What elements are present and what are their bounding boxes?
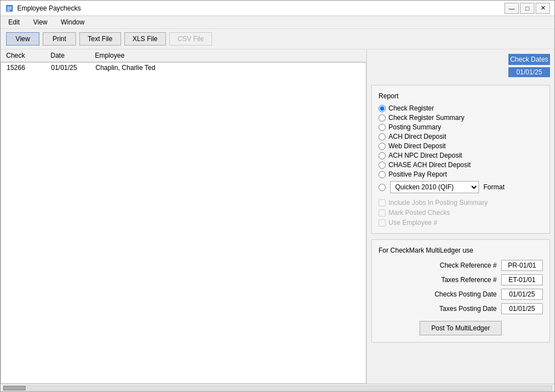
col-header-date: Date: [51, 52, 95, 59]
table-header: Check Date Employee: [1, 49, 366, 62]
window-title: Employee Paychecks: [17, 4, 81, 12]
post-to-multiledger-button[interactable]: Post To MultiLedger: [420, 321, 502, 335]
left-panel: Check Date Employee 15266 01/01/25 Chapl…: [1, 49, 367, 384]
csv-file-button[interactable]: CSV File: [169, 32, 212, 46]
scrollbar-area: [1, 384, 554, 391]
taxes-posting-date-label: Taxes Posting Date: [440, 305, 497, 313]
cell-employee: Chaplin, Charlie Ted: [95, 64, 360, 72]
right-panel: Check Dates 01/01/25 Report Check Regist…: [367, 49, 554, 384]
col-header-check: Check: [6, 52, 51, 59]
radio-ach-npc-direct-deposit[interactable]: ACH NPC Direct Deposit: [379, 152, 543, 159]
svg-rect-1: [7, 7, 12, 8]
radio-ach-npc-direct-deposit-input[interactable]: [379, 152, 386, 159]
svg-rect-3: [7, 10, 10, 11]
print-button[interactable]: Print: [43, 32, 76, 46]
taxes-posting-date-row: Taxes Posting Date: [379, 303, 543, 314]
radio-web-direct-deposit-input[interactable]: [379, 143, 386, 150]
menu-view[interactable]: View: [30, 17, 51, 27]
toolbar: View Print Text File XLS File CSV File: [1, 29, 554, 49]
format-label: Format: [483, 183, 504, 191]
radio-check-register[interactable]: Check Register: [379, 104, 543, 112]
menu-bar: Edit View Window: [1, 16, 554, 29]
checkbox-include-jobs[interactable]: Include Jobs In Posting Summary: [379, 199, 543, 207]
radio-quicken[interactable]: [379, 184, 386, 191]
xls-file-button[interactable]: XLS File: [124, 32, 166, 46]
radio-quicken-input[interactable]: [379, 184, 386, 191]
scrollbar-track[interactable]: [3, 385, 552, 391]
taxes-reference-input[interactable]: [501, 274, 543, 285]
minimize-button[interactable]: —: [504, 3, 519, 14]
radio-chase-ach-direct-deposit[interactable]: CHASE ACH Direct Deposit: [379, 161, 543, 169]
checks-posting-date-label: Checks Posting Date: [435, 290, 497, 298]
radio-positive-pay-report[interactable]: Positive Pay Report: [379, 170, 543, 178]
check-reference-input[interactable]: [501, 260, 543, 271]
checkbox-use-employee[interactable]: Use Employee #: [379, 219, 543, 227]
check-reference-label: Check Reference #: [440, 262, 497, 269]
window-controls: — □ ✕: [504, 3, 550, 14]
radio-posting-summary[interactable]: Posting Summary: [379, 123, 543, 131]
radio-ach-direct-deposit-input[interactable]: [379, 133, 386, 140]
checkbox-mark-posted-input[interactable]: [379, 209, 386, 217]
main-content: Check Date Employee 15266 01/01/25 Chapl…: [1, 49, 554, 384]
report-title: Report: [379, 92, 543, 100]
checkbox-include-jobs-input[interactable]: [379, 199, 386, 207]
maximize-button[interactable]: □: [520, 3, 534, 14]
quicken-row: Quicken 2010 (QIF) Format: [379, 181, 543, 193]
menu-edit[interactable]: Edit: [5, 17, 23, 27]
radio-ach-direct-deposit[interactable]: ACH Direct Deposit: [379, 133, 543, 140]
app-icon: [5, 4, 14, 13]
radio-check-register-summary-input[interactable]: [379, 114, 386, 122]
radio-posting-summary-input[interactable]: [379, 124, 386, 131]
scrollbar-thumb[interactable]: [3, 386, 26, 390]
cell-check: 15266: [7, 64, 51, 72]
close-button[interactable]: ✕: [536, 3, 550, 14]
text-file-button[interactable]: Text File: [79, 32, 121, 46]
quicken-dropdown[interactable]: Quicken 2010 (QIF): [390, 181, 479, 193]
multiledger-box: For CheckMark MultiLedger use Check Refe…: [371, 239, 550, 343]
check-dates-header: Check Dates: [508, 54, 550, 65]
title-bar-left: Employee Paychecks: [5, 4, 81, 13]
taxes-reference-label: Taxes Reference #: [441, 276, 497, 284]
multiledger-title: For CheckMark MultiLedger use: [379, 247, 543, 254]
taxes-posting-date-input[interactable]: [501, 303, 543, 314]
check-date-item[interactable]: 01/01/25: [508, 67, 550, 77]
radio-check-register-input[interactable]: [379, 105, 386, 112]
checkbox-group: Include Jobs In Posting Summary Mark Pos…: [379, 199, 543, 227]
check-reference-row: Check Reference #: [379, 260, 543, 271]
checks-posting-date-row: Checks Posting Date: [379, 289, 543, 300]
title-bar: Employee Paychecks — □ ✕: [1, 1, 554, 16]
radio-web-direct-deposit[interactable]: Web Direct Deposit: [379, 142, 543, 150]
checkbox-use-employee-input[interactable]: [379, 219, 386, 227]
table-body: 15266 01/01/25 Chaplin, Charlie Ted: [1, 62, 366, 384]
view-button[interactable]: View: [6, 32, 39, 46]
checks-posting-date-input[interactable]: [501, 289, 543, 300]
radio-check-register-summary[interactable]: Check Register Summary: [379, 114, 543, 122]
main-window: Employee Paychecks — □ ✕ Edit View Windo…: [0, 0, 555, 392]
taxes-reference-row: Taxes Reference #: [379, 274, 543, 285]
checkbox-mark-posted[interactable]: Mark Posted Checks: [379, 209, 543, 217]
col-header-employee: Employee: [95, 52, 361, 59]
radio-positive-pay-report-input[interactable]: [379, 171, 386, 178]
menu-window[interactable]: Window: [57, 17, 88, 27]
svg-rect-2: [7, 8, 12, 9]
report-box: Report Check Register Check Register Sum…: [371, 85, 550, 234]
radio-group: Check Register Check Register Summary Po…: [379, 104, 543, 193]
table-row[interactable]: 15266 01/01/25 Chaplin, Charlie Ted: [1, 63, 366, 73]
cell-date: 01/01/25: [51, 64, 95, 72]
radio-chase-ach-direct-deposit-input[interactable]: [379, 162, 386, 169]
